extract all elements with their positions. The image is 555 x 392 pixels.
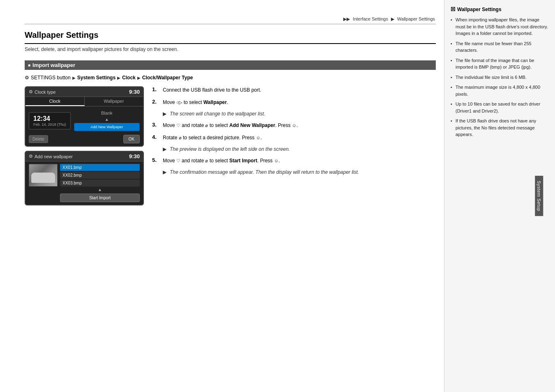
step-1: 1. Connect the USB flash drive to the US… [152,86,436,94]
settings-path: ⚙ SETTINGS button ▶ System Settings ▶ Cl… [25,75,436,81]
start-import-btn[interactable]: Start Import [60,194,140,202]
delete-btn[interactable]: Delete [29,135,48,143]
screen1-tab-clock[interactable]: Clock [25,97,85,106]
sidebar-bullet-1: When importing wallpaper files, the imag… [451,16,549,37]
right-sidebar: Wallpaper Settings When importing wallpa… [444,0,555,392]
knob-icon-2: ♡ [176,123,180,128]
system-setup-label: System Setup [535,176,543,216]
clock-display: 12:34 Feb. 14, 2018 (Thu) Blank ▲ Add Ne… [29,109,140,132]
step-5-number: 5. [152,157,160,163]
page-title: Wallpaper Settings [25,30,436,44]
sidebar-bullets: When importing wallpaper files, the imag… [451,16,549,138]
add-wallpaper-btn[interactable]: Add New Wallpaper [74,123,140,131]
step-2-sub: ▶ The screen will change to the wallpape… [163,111,436,117]
screen2-header: ⚙ Add new wallpaper 9:30 [25,152,143,161]
breadcrumb-item1: Interface Settings [353,16,388,21]
step-1-number: 1. [152,86,160,92]
sidebar-bullet-4: The individual file size limit is 6 MB. [451,74,549,81]
screen1-time: 9:30 [129,89,140,95]
sub-arrow-2: ▶ [163,146,166,152]
sub-text-1: The screen will change to the wallpaper … [170,111,265,117]
press-icon-2: ☺ [256,135,260,140]
page-container: ▶▶ Interface Settings ▶ Wallpaper Settin… [0,0,555,392]
file-item-1[interactable]: XX01.bmp [60,164,140,171]
file-item-3[interactable]: XX03.bmp [60,180,140,187]
ok-btn[interactable]: OK [123,135,140,143]
settings-path-text1: SETTINGS button [31,75,71,81]
screen1-tabs: Clock Wallpaper [25,97,143,106]
instructions-column: 1. Connect the USB flash drive to the US… [152,86,436,205]
knob-icon-6: ⌀ [205,158,208,163]
screen1-title-icon: ⚙ [29,89,33,95]
screen2-title-icon: ⚙ [29,154,33,159]
screen1-mockup: ⚙ Clock type 9:30 Clock Wallpaper 12:34 [25,86,144,147]
breadcrumb-prefix: ▶▶ [343,16,350,21]
sub-arrow-3: ▶ [163,169,166,175]
breadcrumb-sep1: ▶ [391,16,394,21]
step-3-content: Move ♡ and rotate ⌀ to select Add New Wa… [163,122,298,129]
step-2: 2. Move ○▷ to select Wallpaper. [152,99,436,106]
screen2-time: 9:30 [129,153,140,159]
settings-path-text2: System Settings [77,75,116,81]
screen1-title: ⚙ Clock type [29,89,56,95]
sidebar-bullet-7: If the USB flash drive does not have any… [451,118,549,138]
step-2-number: 2. [152,99,160,105]
wallpaper-bold: Wallpaper [204,99,227,105]
screen2-title-text: Add new wallpaper [35,154,73,159]
screen1-header: ⚙ Clock type 9:30 [25,87,143,97]
step-5-sub: ▶ The confirmation message will appear. … [163,169,436,175]
settings-icon: ⚙ [25,75,29,81]
screen1-tab-wallpaper[interactable]: Wallpaper [85,97,143,106]
sidebar-bullet-5: The maximum image size is 4,800 x 4,800 … [451,84,549,97]
step-1-content: Connect the USB flash drive to the USB p… [163,86,261,94]
screen2-mockup: ⚙ Add new wallpaper 9:30 XX01.bmp [25,151,144,205]
sidebar-bullet-6: Up to 10 files can be saved for each dri… [451,101,549,114]
settings-arrow1: ▶ [72,76,76,80]
screen1-title-text: Clock type [35,90,56,95]
breadcrumb-item2: Wallpaper Settings [397,16,435,21]
file-scroll-arrow: ▲ [60,187,140,192]
content-layout: ⚙ Clock type 9:30 Clock Wallpaper 12:34 [25,86,436,205]
section-header: Import wallpaper [25,60,436,70]
sidebar-title-text: Wallpaper Settings [457,7,502,12]
knob-icon-5: ♡ [176,158,180,163]
step-5: 5. Move ♡ and rotate ⌀ to select Start I… [152,157,436,164]
scroll-up-arrow: ▲ [74,117,140,122]
sub-text-3: The confirmation message will appear. Th… [170,169,359,175]
sub-arrow-1: ▶ [163,111,166,117]
settings-arrow3: ▶ [137,76,141,80]
sub-text-2: The preview is displayed on the left sid… [170,146,290,152]
file-item-2[interactable]: XX02.bmp [60,172,140,179]
screen2-body: XX01.bmp XX02.bmp XX03.bmp ▲ Start Impor… [25,161,143,205]
knob-icon-1: ○▷ [176,100,183,105]
clock-box: 12:34 Feb. 14, 2018 (Thu) [29,112,71,129]
step-2-content: Move ○▷ to select Wallpaper. [163,99,228,106]
settings-path-text4: Clock/Wallpaper Type [142,75,193,81]
start-import-bold: Start Import [229,158,257,164]
knob-icon-4: ⌀ [179,135,182,140]
press-icon-1: ☺ [292,123,296,128]
settings-path-text3: Clock [122,75,136,81]
file-list: XX01.bmp XX02.bmp XX03.bmp ▲ Start Impor… [60,164,140,202]
add-wallpaper-bold: Add New Wallpaper [229,122,275,128]
step-4-number: 4. [152,134,160,140]
section-label: Import wallpaper [32,62,75,68]
knob-icon-3: ⌀ [205,123,208,128]
screen2-title: ⚙ Add new wallpaper [29,154,73,159]
clock-time: 12:34 [33,115,66,122]
sidebar-bullet-2: The file name must be fewer than 255 cha… [451,40,549,54]
step-4: 4. Rotate ⌀ to select a desired picture.… [152,134,436,141]
step-3-number: 3. [152,122,160,128]
press-icon-3: ☺ [274,158,278,163]
sidebar-title: Wallpaper Settings [451,6,549,12]
breadcrumb: ▶▶ Interface Settings ▶ Wallpaper Settin… [25,16,436,24]
car-image [29,164,57,186]
wallpaper-preview [29,164,58,187]
main-content: ▶▶ Interface Settings ▶ Wallpaper Settin… [0,0,444,392]
sidebar-bullet-3: The file format of the image that can be… [451,57,549,71]
clock-date: Feb. 14, 2018 (Thu) [33,122,66,127]
blank-label: Blank [74,111,140,115]
screen1-buttons-row: Delete OK [29,135,140,143]
step-5-content: Move ♡ and rotate ⌀ to select Start Impo… [163,157,280,164]
step-4-content: Rotate ⌀ to select a desired picture. Pr… [163,134,262,141]
